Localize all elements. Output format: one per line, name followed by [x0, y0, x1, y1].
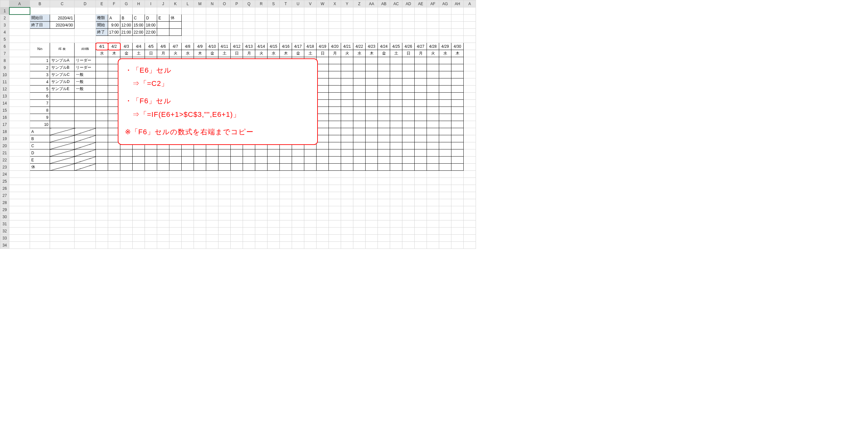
cell[interactable] — [50, 50, 74, 57]
cell[interactable]: 4/20 — [329, 43, 341, 50]
cell[interactable] — [402, 213, 415, 220]
cell[interactable] — [50, 128, 74, 135]
cell[interactable] — [378, 163, 390, 171]
cell[interactable] — [464, 171, 476, 178]
cell[interactable] — [9, 50, 30, 57]
cell[interactable] — [9, 149, 30, 156]
cell[interactable] — [206, 228, 218, 235]
cell[interactable] — [108, 206, 120, 213]
cell[interactable] — [439, 7, 452, 14]
row-header[interactable]: 32 — [0, 228, 9, 235]
cell[interactable] — [316, 107, 329, 114]
cell[interactable]: 4/7 — [169, 43, 182, 50]
cell[interactable] — [194, 149, 206, 156]
cell[interactable] — [341, 14, 353, 22]
row-header[interactable]: 24 — [0, 171, 9, 178]
cell[interactable] — [231, 36, 243, 43]
cell[interactable] — [464, 163, 476, 171]
cell[interactable] — [329, 156, 341, 163]
cell[interactable] — [427, 178, 439, 185]
cell[interactable] — [415, 114, 427, 121]
cell[interactable] — [329, 178, 341, 185]
cell[interactable]: 土 — [218, 50, 231, 57]
cell[interactable] — [74, 14, 96, 22]
cell[interactable] — [402, 178, 415, 185]
cell[interactable]: 4/6 — [157, 43, 169, 50]
cell[interactable] — [464, 7, 476, 14]
cell[interactable] — [316, 86, 329, 93]
cell[interactable] — [194, 156, 206, 163]
cell[interactable] — [9, 57, 30, 64]
cell[interactable] — [402, 135, 415, 142]
cell[interactable] — [427, 220, 439, 228]
cell[interactable]: 日 — [145, 50, 157, 57]
cell[interactable] — [96, 185, 108, 192]
cell[interactable] — [30, 220, 50, 228]
cell[interactable] — [268, 156, 280, 163]
cell[interactable] — [366, 79, 378, 86]
cell[interactable] — [255, 29, 268, 36]
cell[interactable] — [74, 142, 96, 149]
cell[interactable] — [353, 14, 366, 22]
cell[interactable] — [427, 171, 439, 178]
cell[interactable] — [378, 185, 390, 192]
cell[interactable] — [50, 100, 74, 107]
cell[interactable] — [133, 235, 145, 242]
cell[interactable] — [341, 199, 353, 206]
cell[interactable] — [464, 142, 476, 149]
column-header[interactable]: P — [231, 0, 243, 7]
cell[interactable] — [268, 192, 280, 199]
cell[interactable] — [464, 156, 476, 163]
cell[interactable] — [366, 128, 378, 135]
cell[interactable] — [292, 7, 304, 14]
cell[interactable] — [415, 29, 427, 36]
cell[interactable] — [452, 71, 464, 79]
cell[interactable] — [316, 57, 329, 64]
cell[interactable]: 金 — [378, 50, 390, 57]
cell[interactable] — [341, 7, 353, 14]
cell[interactable] — [133, 228, 145, 235]
cell[interactable] — [169, 171, 182, 178]
cell[interactable] — [427, 29, 439, 36]
cell[interactable] — [316, 228, 329, 235]
cell[interactable] — [182, 185, 194, 192]
cell[interactable] — [464, 50, 476, 57]
cell[interactable]: 4/16 — [280, 43, 292, 50]
cell[interactable] — [378, 64, 390, 71]
cell[interactable] — [169, 235, 182, 242]
cell[interactable]: 火 — [255, 50, 268, 57]
cell[interactable] — [218, 185, 231, 192]
cell[interactable] — [341, 149, 353, 156]
cell[interactable] — [74, 213, 96, 220]
cell[interactable] — [133, 220, 145, 228]
cell[interactable] — [280, 156, 292, 163]
cell[interactable]: 4/23 — [366, 43, 378, 50]
cell[interactable] — [280, 213, 292, 220]
cell[interactable] — [96, 7, 108, 14]
cell[interactable] — [255, 14, 268, 22]
cell[interactable] — [30, 206, 50, 213]
cell[interactable]: 4 — [30, 79, 50, 86]
cell[interactable] — [390, 156, 402, 163]
cell[interactable] — [304, 149, 316, 156]
cell[interactable] — [255, 185, 268, 192]
cell[interactable] — [415, 156, 427, 163]
cell[interactable] — [133, 171, 145, 178]
cell[interactable] — [268, 206, 280, 213]
cell[interactable] — [341, 29, 353, 36]
cell[interactable] — [415, 14, 427, 22]
cell[interactable] — [452, 242, 464, 249]
cell[interactable] — [316, 199, 329, 206]
cell[interactable] — [74, 100, 96, 107]
cell[interactable] — [316, 242, 329, 249]
cell[interactable] — [9, 93, 30, 100]
cell[interactable] — [452, 22, 464, 29]
cell[interactable]: 木 — [194, 50, 206, 57]
cell[interactable]: 4/29 — [439, 43, 452, 50]
cell[interactable]: 4/9 — [194, 43, 206, 50]
cell[interactable] — [30, 36, 50, 43]
cell[interactable] — [316, 156, 329, 163]
cell[interactable]: 4/22 — [353, 43, 366, 50]
cell[interactable]: サンプルD — [50, 79, 74, 86]
column-header[interactable]: AG — [439, 0, 452, 7]
